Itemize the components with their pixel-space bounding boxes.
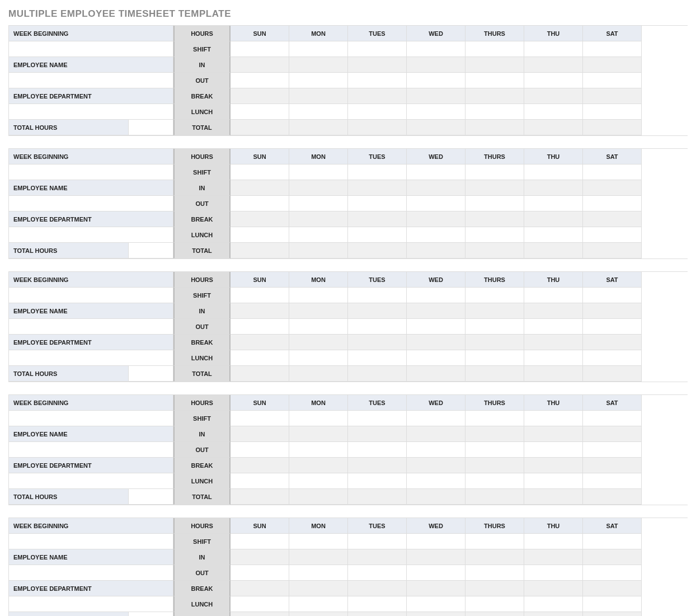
day-cell[interactable] [289, 73, 348, 88]
day-cell[interactable] [583, 88, 642, 104]
day-cell[interactable] [289, 88, 348, 104]
day-cell[interactable] [231, 120, 289, 135]
day-cell[interactable] [524, 88, 583, 104]
day-cell[interactable] [231, 350, 289, 366]
week-beginning-input[interactable] [8, 288, 173, 303]
day-cell[interactable] [348, 581, 407, 596]
total-hours-value[interactable] [129, 612, 173, 616]
day-cell[interactable] [524, 41, 583, 57]
day-cell[interactable] [407, 243, 465, 258]
day-cell[interactable] [465, 57, 524, 73]
day-cell[interactable] [348, 288, 407, 303]
day-cell[interactable] [524, 549, 583, 565]
day-cell[interactable] [583, 104, 642, 120]
day-cell[interactable] [583, 426, 642, 442]
day-cell[interactable] [231, 227, 289, 243]
day-cell[interactable] [231, 243, 289, 258]
day-cell[interactable] [524, 120, 583, 135]
employee-name-input[interactable] [8, 196, 173, 211]
week-beginning-input[interactable] [8, 164, 173, 180]
day-cell[interactable] [524, 411, 583, 426]
day-cell[interactable] [289, 411, 348, 426]
day-cell[interactable] [348, 120, 407, 135]
day-cell[interactable] [524, 489, 583, 505]
day-cell[interactable] [583, 120, 642, 135]
day-cell[interactable] [407, 88, 465, 104]
day-cell[interactable] [348, 227, 407, 243]
day-cell[interactable] [465, 41, 524, 57]
day-cell[interactable] [231, 57, 289, 73]
day-cell[interactable] [348, 426, 407, 442]
day-cell[interactable] [407, 335, 465, 350]
day-cell[interactable] [524, 73, 583, 88]
day-cell[interactable] [231, 426, 289, 442]
day-cell[interactable] [524, 335, 583, 350]
day-cell[interactable] [583, 489, 642, 505]
day-cell[interactable] [289, 350, 348, 366]
day-cell[interactable] [348, 335, 407, 350]
day-cell[interactable] [348, 350, 407, 366]
day-cell[interactable] [465, 549, 524, 565]
day-cell[interactable] [231, 104, 289, 120]
day-cell[interactable] [524, 303, 583, 319]
day-cell[interactable] [465, 458, 524, 473]
employee-department-input[interactable] [8, 227, 173, 243]
day-cell[interactable] [583, 350, 642, 366]
day-cell[interactable] [583, 57, 642, 73]
day-cell[interactable] [407, 104, 465, 120]
day-cell[interactable] [407, 581, 465, 596]
day-cell[interactable] [407, 549, 465, 565]
day-cell[interactable] [583, 243, 642, 258]
day-cell[interactable] [465, 489, 524, 505]
week-beginning-input[interactable] [8, 534, 173, 549]
day-cell[interactable] [407, 565, 465, 581]
day-cell[interactable] [407, 319, 465, 335]
week-beginning-input[interactable] [8, 411, 173, 426]
day-cell[interactable] [231, 288, 289, 303]
day-cell[interactable] [583, 366, 642, 382]
day-cell[interactable] [465, 565, 524, 581]
day-cell[interactable] [407, 288, 465, 303]
day-cell[interactable] [583, 319, 642, 335]
day-cell[interactable] [583, 41, 642, 57]
day-cell[interactable] [348, 458, 407, 473]
day-cell[interactable] [524, 534, 583, 549]
day-cell[interactable] [407, 57, 465, 73]
employee-name-input[interactable] [8, 73, 173, 88]
day-cell[interactable] [583, 303, 642, 319]
day-cell[interactable] [348, 612, 407, 616]
day-cell[interactable] [289, 227, 348, 243]
day-cell[interactable] [583, 581, 642, 596]
day-cell[interactable] [583, 164, 642, 180]
day-cell[interactable] [465, 180, 524, 196]
day-cell[interactable] [465, 319, 524, 335]
day-cell[interactable] [524, 164, 583, 180]
day-cell[interactable] [465, 596, 524, 612]
day-cell[interactable] [465, 303, 524, 319]
day-cell[interactable] [348, 489, 407, 505]
day-cell[interactable] [465, 426, 524, 442]
day-cell[interactable] [231, 41, 289, 57]
day-cell[interactable] [583, 458, 642, 473]
day-cell[interactable] [524, 288, 583, 303]
day-cell[interactable] [289, 180, 348, 196]
day-cell[interactable] [465, 366, 524, 382]
day-cell[interactable] [289, 57, 348, 73]
day-cell[interactable] [524, 196, 583, 211]
day-cell[interactable] [583, 473, 642, 489]
day-cell[interactable] [289, 366, 348, 382]
day-cell[interactable] [348, 104, 407, 120]
day-cell[interactable] [524, 442, 583, 458]
day-cell[interactable] [231, 196, 289, 211]
day-cell[interactable] [348, 57, 407, 73]
day-cell[interactable] [348, 411, 407, 426]
day-cell[interactable] [407, 426, 465, 442]
day-cell[interactable] [524, 350, 583, 366]
day-cell[interactable] [465, 88, 524, 104]
day-cell[interactable] [407, 180, 465, 196]
day-cell[interactable] [407, 473, 465, 489]
day-cell[interactable] [231, 211, 289, 227]
day-cell[interactable] [465, 73, 524, 88]
day-cell[interactable] [465, 411, 524, 426]
day-cell[interactable] [231, 565, 289, 581]
